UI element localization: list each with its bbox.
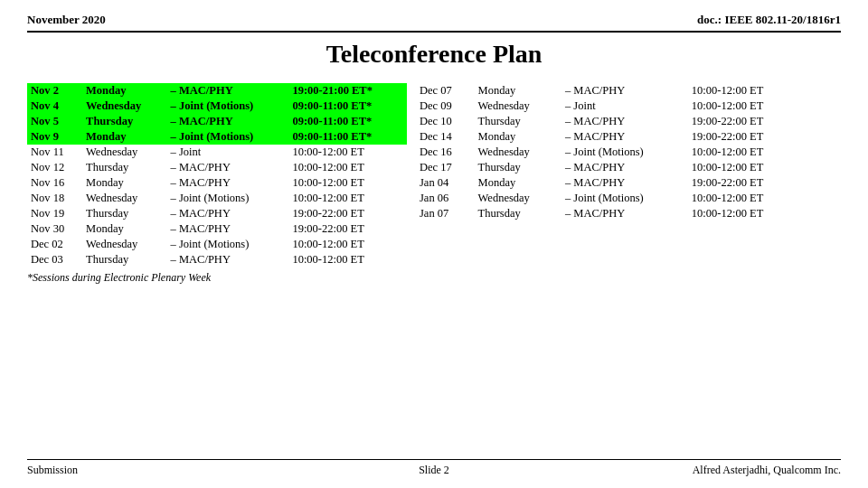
table-cell-day: Thursday [475, 114, 561, 129]
table-cell-time: 10:00-12:00 ET [288, 145, 407, 160]
table-cell-type: – MAC/PHY [561, 114, 688, 129]
table-cell-type: – Joint (Motions) [167, 237, 289, 252]
table-cell-day: Monday [82, 175, 167, 191]
table-cell-time: 19:00-22:00 ET [288, 221, 407, 237]
table-cell-type: – MAC/PHY [167, 83, 289, 99]
table-cell-type: – Joint (Motions) [167, 99, 289, 114]
table-cell-date: Nov 11 [27, 145, 82, 160]
table-cell-time: 10:00-12:00 ET [288, 160, 407, 175]
page: November 2020 doc.: IEEE 802.11-20/1816r… [0, 0, 868, 488]
table-cell-time: 10:00-12:00 ET [688, 99, 805, 114]
table-cell-day: Monday [475, 129, 561, 145]
table-cell-date: Dec 03 [27, 252, 82, 267]
table-cell-type: – MAC/PHY [561, 83, 688, 99]
table-cell-time: 10:00-12:00 ET [688, 191, 805, 206]
table-cell-date: Dec 02 [27, 237, 82, 252]
table-cell-day: Wednesday [475, 99, 561, 114]
left-column: Nov 2Monday– MAC/PHY19:00-21:00 ET*Nov 4… [27, 83, 407, 285]
page-title: Teleconference Plan [27, 40, 841, 69]
table-cell-date: Nov 19 [27, 206, 82, 221]
table-cell-time: 19:00-21:00 ET* [288, 83, 407, 99]
table-cell-date: Dec 17 [416, 160, 475, 175]
table-cell-day: Monday [82, 129, 167, 145]
table-cell-day: Thursday [82, 206, 167, 221]
table-cell-type: – Joint (Motions) [561, 191, 688, 206]
table-cell-date: Dec 10 [416, 114, 475, 129]
table-cell-date: Nov 16 [27, 175, 82, 191]
table-cell-type: – MAC/PHY [561, 160, 688, 175]
right-table: Dec 07Monday– MAC/PHY10:00-12:00 ETDec 0… [416, 83, 805, 221]
table-cell-type: – MAC/PHY [167, 221, 289, 237]
table-cell-time: 09:00-11:00 ET* [288, 129, 407, 145]
table-cell-date: Jan 06 [416, 191, 475, 206]
table-cell-time: 10:00-12:00 ET [688, 160, 805, 175]
table-cell-day: Thursday [475, 206, 561, 221]
table-cell-time: 10:00-12:00 ET [288, 252, 407, 267]
table-cell-type: – Joint (Motions) [167, 129, 289, 145]
table-cell-date: Nov 2 [27, 83, 82, 99]
table-cell-type: – MAC/PHY [561, 129, 688, 145]
left-table: Nov 2Monday– MAC/PHY19:00-21:00 ET*Nov 4… [27, 83, 407, 267]
table-cell-day: Thursday [475, 160, 561, 175]
header-left: November 2020 [27, 13, 106, 27]
table-cell-day: Monday [475, 175, 561, 191]
table-cell-date: Jan 04 [416, 175, 475, 191]
footer-right: Alfred Asterjadhi, Qualcomm Inc. [693, 464, 841, 477]
table-cell-type: – MAC/PHY [561, 175, 688, 191]
table-cell-type: – Joint [561, 99, 688, 114]
table-cell-date: Nov 12 [27, 160, 82, 175]
table-cell-date: Dec 16 [416, 145, 475, 160]
table-cell-time: 19:00-22:00 ET [688, 129, 805, 145]
table-cell-time: 10:00-12:00 ET [688, 206, 805, 221]
footer-left: Submission [27, 464, 78, 477]
table-cell-day: Thursday [82, 114, 167, 129]
table-cell-day: Wednesday [475, 191, 561, 206]
header-right: doc.: IEEE 802.11-20/1816r1 [697, 13, 841, 27]
table-cell-type: – MAC/PHY [561, 206, 688, 221]
table-cell-type: – Joint (Motions) [561, 145, 688, 160]
table-cell-time: 19:00-22:00 ET [688, 175, 805, 191]
table-cell-time: 09:00-11:00 ET* [288, 99, 407, 114]
header: November 2020 doc.: IEEE 802.11-20/1816r… [27, 13, 841, 33]
footer-center: Slide 2 [419, 464, 449, 477]
table-cell-date: Nov 4 [27, 99, 82, 114]
table-cell-date: Dec 07 [416, 83, 475, 99]
table-cell-day: Monday [82, 83, 167, 99]
table-cell-type: – Joint [167, 145, 289, 160]
table-cell-day: Thursday [82, 252, 167, 267]
table-cell-day: Wednesday [82, 237, 167, 252]
table-cell-date: Dec 09 [416, 99, 475, 114]
table-cell-day: Wednesday [475, 145, 561, 160]
table-cell-time: 10:00-12:00 ET [288, 191, 407, 206]
table-cell-date: Jan 07 [416, 206, 475, 221]
table-cell-type: – MAC/PHY [167, 160, 289, 175]
table-cell-time: 10:00-12:00 ET [688, 145, 805, 160]
table-cell-time: 09:00-11:00 ET* [288, 114, 407, 129]
note: *Sessions during Electronic Plenary Week [27, 271, 407, 285]
table-cell-type: – MAC/PHY [167, 252, 289, 267]
table-cell-date: Nov 5 [27, 114, 82, 129]
table-cell-date: Dec 14 [416, 129, 475, 145]
table-cell-date: Nov 9 [27, 129, 82, 145]
table-cell-time: 19:00-22:00 ET [288, 206, 407, 221]
table-cell-time: 10:00-12:00 ET [688, 83, 805, 99]
table-cell-day: Wednesday [82, 99, 167, 114]
table-cell-day: Monday [475, 83, 561, 99]
content-area: Nov 2Monday– MAC/PHY19:00-21:00 ET*Nov 4… [27, 83, 841, 285]
table-cell-time: 19:00-22:00 ET [688, 114, 805, 129]
table-cell-day: Wednesday [82, 191, 167, 206]
table-cell-type: – MAC/PHY [167, 114, 289, 129]
table-cell-time: 10:00-12:00 ET [288, 237, 407, 252]
table-cell-day: Thursday [82, 160, 167, 175]
table-cell-time: 10:00-12:00 ET [288, 175, 407, 191]
table-cell-type: – Joint (Motions) [167, 191, 289, 206]
table-cell-date: Nov 30 [27, 221, 82, 237]
table-cell-date: Nov 18 [27, 191, 82, 206]
table-cell-type: – MAC/PHY [167, 175, 289, 191]
right-column: Dec 07Monday– MAC/PHY10:00-12:00 ETDec 0… [416, 83, 805, 285]
table-cell-type: – MAC/PHY [167, 206, 289, 221]
table-cell-day: Monday [82, 221, 167, 237]
table-cell-day: Wednesday [82, 145, 167, 160]
